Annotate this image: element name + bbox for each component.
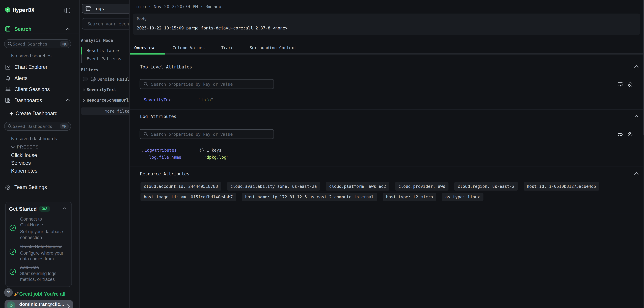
saved-dashboards-input[interactable] [12,124,60,129]
help-button[interactable]: ? [4,288,12,297]
source-select-value: Logs [93,6,104,11]
chevron-right-icon[interactable] [82,88,85,92]
source-select[interactable]: Logs [82,4,129,13]
sidebar-item-team-settings[interactable]: Team Settings [14,184,47,190]
saved-searches-input[interactable] [12,41,60,46]
resource-badge[interactable]: host.name: ip-172-31-12-5.us-east-2.comp… [242,193,377,201]
tab-surrounding-context[interactable]: Surrounding Context [250,45,296,50]
mode-results-table[interactable]: Results Table [87,48,119,53]
get-started-item-title[interactable]: Connect to ClickHouse [20,216,52,228]
scrollbar[interactable] [642,0,644,308]
mode-rail [81,55,82,63]
resource-badge[interactable]: cloud.provider: aws [395,182,448,190]
sidebar-toggle-icon[interactable] [64,8,70,13]
party-popper-icon [14,292,19,297]
get-started-item-title[interactable]: Create Data Sources [20,244,70,249]
logs-source-icon [85,6,91,11]
more-filters-button[interactable]: More filters [81,108,129,115]
create-dashboard-button[interactable]: Create Dashboard [16,111,58,116]
more-filters-label: More filters [105,109,129,113]
resource-badge[interactable]: host.image.id: ami-0f5fcdfbd140e4ab7 [140,193,236,201]
user-name: dominic.tran@clic... [19,302,64,307]
resource-badge[interactable]: cloud.account.id: 244449518788 [140,182,221,190]
mode-event-patterns[interactable]: Event Patterns [87,57,121,61]
get-started-item-desc: Start sending logs, metrics, or traces [20,271,66,282]
section-title-log-attributes: Log Attributes [140,114,176,119]
resource-badge[interactable]: os.type: linux [442,193,483,201]
sidebar-item-alerts[interactable]: Alerts [14,75,28,81]
resource-badge[interactable]: cloud.availability_zone: us-east-2a [227,182,320,190]
top-level-search-box[interactable] [140,79,274,89]
preset-clickhouse[interactable]: ClickHouse [11,153,37,158]
log-attributes-search-box[interactable] [140,129,274,139]
attribute-value[interactable]: "info" [198,98,213,102]
no-saved-dashboards-text: No saved dashboards [11,136,57,141]
saved-dashboards-search[interactable]: ⌘K [4,122,71,131]
presets-label[interactable]: PRESETS [17,144,38,149]
search-collapse-chevron-icon[interactable] [66,28,70,30]
attribute-key[interactable]: log.file.name [149,155,204,159]
resource-badge[interactable]: cloud.platform: aws_ec2 [326,182,389,190]
filter-group-severitytext[interactable]: SeverityText [87,87,116,92]
sidebar-item-chart-explorer[interactable]: Chart Explorer [14,64,48,70]
sidebar-item-search[interactable]: Search [14,26,32,32]
denoise-label[interactable]: Denoise Results [97,77,129,82]
tab-column-values[interactable]: Column Values [172,45,205,50]
preset-kubernetes[interactable]: Kubernetes [11,168,38,174]
saved-searches-search[interactable]: ⌘K [4,39,71,48]
client-sessions-laptop-icon [5,87,11,91]
resource-badge[interactable]: cloud.region: us-east-2 [454,182,518,190]
kbd-shortcut: ⌘K [60,41,68,47]
denoise-checkbox[interactable] [83,77,88,81]
section-divider [130,110,644,110]
kbd-shortcut: ⌘K [60,123,68,129]
panel-divider [80,35,129,35]
section-title-resource-attributes: Resource Attributes [140,171,189,176]
logs-filter-panel: Logs Analysis Mode Results Table Event P… [80,0,129,308]
wrap-lines-icon[interactable] [618,82,622,87]
filters-label: Filters [81,68,98,72]
resource-badge[interactable]: host.id: i-0510b81275acbe4d5 [524,182,600,190]
sidebar-item-client-sessions[interactable]: Client Sessions [14,87,50,92]
tree-root-key[interactable]: ▾LogAttributes [141,148,199,153]
chevron-right-icon[interactable] [82,99,85,102]
wrap-lines-icon[interactable] [618,132,622,137]
separator-dot: · [148,4,151,9]
keys-count: 1 keys [206,148,221,153]
get-started-title: Get Started [9,206,37,212]
search-icon [8,124,12,128]
caret-down-icon[interactable]: ▾ [141,149,143,153]
gear-icon[interactable] [628,82,633,87]
resource-badge[interactable]: host.type: t2.micro [383,193,436,201]
attribute-key[interactable]: SeverityText [144,98,198,102]
section-collapse-chevron-icon[interactable] [634,65,639,68]
check-circle-icon [10,225,16,231]
gear-icon[interactable] [628,132,633,137]
quote: " [198,98,201,102]
section-collapse-chevron-icon[interactable] [634,115,639,118]
event-search-input[interactable] [87,21,130,27]
get-started-item-desc: Set up your database connection [20,229,68,240]
attribute-row[interactable]: log.file.name "dpkg.log" [149,155,229,159]
congrats-text: Great job! You're all [19,291,66,297]
get-started-item-title[interactable]: Add Data [20,265,70,270]
get-started-collapse-chevron-icon[interactable] [62,207,66,210]
top-level-search-input[interactable] [150,81,270,87]
scrollbar-thumb[interactable] [642,0,644,135]
sidebar-item-dashboards[interactable]: Dashboards [14,98,42,103]
attribute-value[interactable]: "dpkg.log" [204,155,229,159]
filter-group-resourceschemaurl[interactable]: ResourceSchemaUrl [87,98,129,102]
event-relative-time: 3m ago [206,4,221,9]
section-collapse-chevron-icon[interactable] [634,172,639,175]
event-search-box[interactable] [82,18,129,30]
attribute-row[interactable]: SeverityText "info" [144,98,213,102]
tab-overview[interactable]: Overview [134,45,154,50]
dashboards-collapse-chevron-icon[interactable] [66,99,70,101]
preset-services[interactable]: Services [11,160,31,166]
hyperdx-logo-icon [5,7,10,13]
presets-chevron-down-icon[interactable] [11,146,15,149]
tab-trace[interactable]: Trace [221,45,234,50]
user-account-button[interactable]: D dominic.tran@clic... dominic.tran@clic… [4,300,73,308]
attribute-tree-root[interactable]: ▾LogAttributes {} 1 keys [141,148,221,153]
log-attributes-search-input[interactable] [150,131,270,137]
